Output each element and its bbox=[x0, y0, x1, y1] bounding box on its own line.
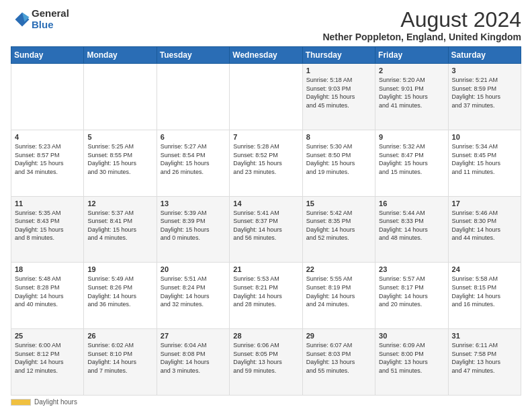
logo-icon bbox=[13, 10, 32, 29]
calendar-day-cell: 31Sunrise: 6:11 AM Sunset: 7:58 PM Dayli… bbox=[448, 329, 521, 396]
day-info: Sunrise: 6:09 AM Sunset: 8:00 PM Dayligh… bbox=[379, 341, 444, 375]
logo-text: General Blue bbox=[32, 8, 69, 30]
calendar-day-cell: 5Sunrise: 5:25 AM Sunset: 8:55 PM Daylig… bbox=[84, 130, 157, 196]
calendar-day-cell: 14Sunrise: 5:41 AM Sunset: 8:37 PM Dayli… bbox=[230, 196, 302, 263]
calendar-day-cell: 19Sunrise: 5:49 AM Sunset: 8:26 PM Dayli… bbox=[84, 263, 157, 329]
day-info: Sunrise: 5:32 AM Sunset: 8:47 PM Dayligh… bbox=[379, 142, 444, 176]
day-number: 4 bbox=[15, 133, 80, 141]
calendar-header-monday: Monday bbox=[84, 47, 157, 64]
day-number: 29 bbox=[306, 332, 371, 340]
subtitle: Nether Poppleton, England, United Kingdo… bbox=[322, 32, 521, 42]
legend-bar bbox=[11, 399, 31, 406]
calendar-week-row-2: 4Sunrise: 5:23 AM Sunset: 8:57 PM Daylig… bbox=[11, 130, 521, 196]
day-number: 7 bbox=[233, 133, 298, 141]
day-number: 18 bbox=[15, 265, 80, 273]
day-info: Sunrise: 6:04 AM Sunset: 8:08 PM Dayligh… bbox=[161, 341, 226, 375]
calendar-day-cell: 20Sunrise: 5:51 AM Sunset: 8:24 PM Dayli… bbox=[157, 263, 229, 329]
day-number: 5 bbox=[87, 133, 152, 141]
day-info: Sunrise: 5:34 AM Sunset: 8:45 PM Dayligh… bbox=[452, 142, 517, 176]
day-info: Sunrise: 5:25 AM Sunset: 8:55 PM Dayligh… bbox=[87, 142, 152, 176]
calendar-day-cell: 3Sunrise: 5:21 AM Sunset: 8:59 PM Daylig… bbox=[448, 64, 521, 130]
day-info: Sunrise: 5:49 AM Sunset: 8:26 PM Dayligh… bbox=[87, 275, 152, 308]
calendar-day-cell: 7Sunrise: 5:28 AM Sunset: 8:52 PM Daylig… bbox=[230, 130, 302, 196]
day-info: Sunrise: 5:39 AM Sunset: 8:39 PM Dayligh… bbox=[161, 209, 226, 242]
calendar-day-cell: 16Sunrise: 5:44 AM Sunset: 8:33 PM Dayli… bbox=[375, 196, 448, 263]
calendar-header-sunday: Sunday bbox=[11, 47, 84, 64]
page: General Blue August 2024 Nether Poppleto… bbox=[0, 0, 532, 411]
calendar-week-row-1: 1Sunrise: 5:18 AM Sunset: 9:03 PM Daylig… bbox=[11, 64, 521, 130]
calendar-day-cell: 27Sunrise: 6:04 AM Sunset: 8:08 PM Dayli… bbox=[157, 329, 229, 396]
day-number: 11 bbox=[15, 199, 80, 208]
calendar-day-cell: 13Sunrise: 5:39 AM Sunset: 8:39 PM Dayli… bbox=[157, 196, 229, 263]
day-number: 20 bbox=[161, 265, 226, 273]
day-info: Sunrise: 5:44 AM Sunset: 8:33 PM Dayligh… bbox=[379, 209, 444, 242]
day-info: Sunrise: 5:57 AM Sunset: 8:17 PM Dayligh… bbox=[379, 275, 444, 308]
day-number: 31 bbox=[452, 332, 517, 340]
logo: General Blue bbox=[11, 8, 69, 30]
day-number: 17 bbox=[452, 199, 517, 208]
calendar-header-saturday: Saturday bbox=[448, 47, 521, 64]
day-number: 26 bbox=[87, 332, 152, 340]
calendar-day-cell: 8Sunrise: 5:30 AM Sunset: 8:50 PM Daylig… bbox=[302, 130, 375, 196]
day-info: Sunrise: 5:20 AM Sunset: 9:01 PM Dayligh… bbox=[379, 76, 444, 109]
day-number: 9 bbox=[379, 133, 444, 141]
calendar-day-cell: 6Sunrise: 5:27 AM Sunset: 8:54 PM Daylig… bbox=[157, 130, 229, 196]
calendar-header-wednesday: Wednesday bbox=[230, 47, 302, 64]
header: General Blue August 2024 Nether Poppleto… bbox=[11, 8, 521, 42]
footer: Daylight hours bbox=[11, 398, 521, 406]
calendar-day-cell bbox=[84, 64, 157, 130]
calendar-day-cell: 10Sunrise: 5:34 AM Sunset: 8:45 PM Dayli… bbox=[448, 130, 521, 196]
calendar-day-cell: 25Sunrise: 6:00 AM Sunset: 8:12 PM Dayli… bbox=[11, 329, 84, 396]
main-title: August 2024 bbox=[322, 8, 521, 32]
calendar-header-friday: Friday bbox=[375, 47, 448, 64]
day-number: 27 bbox=[161, 332, 226, 340]
calendar-day-cell bbox=[230, 64, 302, 130]
calendar-header-tuesday: Tuesday bbox=[157, 47, 229, 64]
day-info: Sunrise: 5:21 AM Sunset: 8:59 PM Dayligh… bbox=[452, 76, 517, 109]
calendar-day-cell: 29Sunrise: 6:07 AM Sunset: 8:03 PM Dayli… bbox=[302, 329, 375, 396]
calendar-day-cell bbox=[11, 64, 84, 130]
calendar-day-cell: 23Sunrise: 5:57 AM Sunset: 8:17 PM Dayli… bbox=[375, 263, 448, 329]
calendar-day-cell: 1Sunrise: 5:18 AM Sunset: 9:03 PM Daylig… bbox=[302, 64, 375, 130]
calendar-day-cell: 30Sunrise: 6:09 AM Sunset: 8:00 PM Dayli… bbox=[375, 329, 448, 396]
day-number: 14 bbox=[233, 199, 298, 208]
day-info: Sunrise: 5:35 AM Sunset: 8:43 PM Dayligh… bbox=[15, 209, 80, 242]
calendar-week-row-5: 25Sunrise: 6:00 AM Sunset: 8:12 PM Dayli… bbox=[11, 329, 521, 396]
calendar-day-cell: 21Sunrise: 5:53 AM Sunset: 8:21 PM Dayli… bbox=[230, 263, 302, 329]
day-number: 21 bbox=[233, 265, 298, 273]
day-info: Sunrise: 5:42 AM Sunset: 8:35 PM Dayligh… bbox=[306, 209, 371, 242]
day-info: Sunrise: 5:30 AM Sunset: 8:50 PM Dayligh… bbox=[306, 142, 371, 176]
calendar-table: SundayMondayTuesdayWednesdayThursdayFrid… bbox=[11, 46, 521, 396]
calendar-day-cell: 9Sunrise: 5:32 AM Sunset: 8:47 PM Daylig… bbox=[375, 130, 448, 196]
calendar-week-row-4: 18Sunrise: 5:48 AM Sunset: 8:28 PM Dayli… bbox=[11, 263, 521, 329]
day-number: 30 bbox=[379, 332, 444, 340]
day-info: Sunrise: 5:53 AM Sunset: 8:21 PM Dayligh… bbox=[233, 275, 298, 308]
day-info: Sunrise: 6:00 AM Sunset: 8:12 PM Dayligh… bbox=[15, 341, 80, 375]
day-number: 23 bbox=[379, 265, 444, 273]
calendar-day-cell: 11Sunrise: 5:35 AM Sunset: 8:43 PM Dayli… bbox=[11, 196, 84, 263]
day-info: Sunrise: 5:37 AM Sunset: 8:41 PM Dayligh… bbox=[87, 209, 152, 242]
day-number: 15 bbox=[306, 199, 371, 208]
day-number: 12 bbox=[87, 199, 152, 208]
day-number: 22 bbox=[306, 265, 371, 273]
day-info: Sunrise: 5:51 AM Sunset: 8:24 PM Dayligh… bbox=[161, 275, 226, 308]
calendar-header-thursday: Thursday bbox=[302, 47, 375, 64]
day-number: 1 bbox=[306, 66, 371, 75]
day-info: Sunrise: 5:18 AM Sunset: 9:03 PM Dayligh… bbox=[306, 76, 371, 109]
calendar-day-cell: 17Sunrise: 5:46 AM Sunset: 8:30 PM Dayli… bbox=[448, 196, 521, 263]
calendar-day-cell: 15Sunrise: 5:42 AM Sunset: 8:35 PM Dayli… bbox=[302, 196, 375, 263]
day-number: 24 bbox=[452, 265, 517, 273]
day-number: 28 bbox=[233, 332, 298, 340]
day-number: 13 bbox=[161, 199, 226, 208]
day-number: 10 bbox=[452, 133, 517, 141]
day-info: Sunrise: 5:41 AM Sunset: 8:37 PM Dayligh… bbox=[233, 209, 298, 242]
calendar-day-cell: 12Sunrise: 5:37 AM Sunset: 8:41 PM Dayli… bbox=[84, 196, 157, 263]
day-info: Sunrise: 5:48 AM Sunset: 8:28 PM Dayligh… bbox=[15, 275, 80, 308]
day-number: 25 bbox=[15, 332, 80, 340]
day-info: Sunrise: 5:55 AM Sunset: 8:19 PM Dayligh… bbox=[306, 275, 371, 308]
calendar-day-cell: 4Sunrise: 5:23 AM Sunset: 8:57 PM Daylig… bbox=[11, 130, 84, 196]
day-info: Sunrise: 6:06 AM Sunset: 8:05 PM Dayligh… bbox=[233, 341, 298, 375]
calendar-day-cell: 22Sunrise: 5:55 AM Sunset: 8:19 PM Dayli… bbox=[302, 263, 375, 329]
day-info: Sunrise: 5:58 AM Sunset: 8:15 PM Dayligh… bbox=[452, 275, 517, 308]
day-number: 16 bbox=[379, 199, 444, 208]
